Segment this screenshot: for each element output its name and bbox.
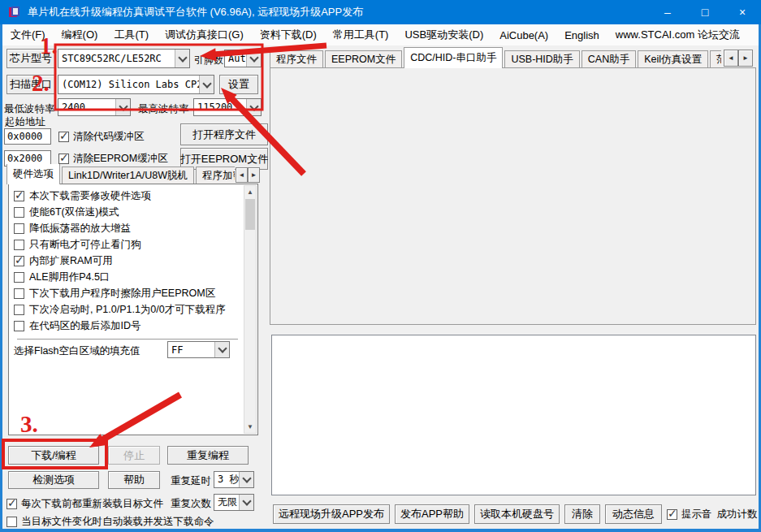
option-row[interactable]: 本次下载需要修改硬件选项 — [14, 189, 151, 203]
tab-hardware-options[interactable]: 硬件选项 — [6, 164, 60, 184]
option-row[interactable]: 内部扩展RAM可用 — [14, 254, 113, 268]
tab-usb-hid-assistant[interactable]: USB-HID助手 — [504, 50, 579, 68]
repeat-delay-select[interactable]: 3 秒 — [214, 471, 254, 488]
options-scrollbar[interactable]: ▲ ▼ — [244, 185, 257, 434]
option-checkbox[interactable] — [14, 191, 24, 201]
tab-program-file[interactable]: 程序文件 — [270, 50, 323, 68]
title-bar: 单片机在线升级编程仿真调试平台软件 (V6.96A), 远程现场升级APP发布 … — [0, 0, 761, 24]
dropdown-button[interactable] — [115, 99, 130, 115]
chevron-down-icon — [218, 344, 227, 353]
dynamic-info-button[interactable]: 动态信息 — [605, 504, 662, 524]
menu-usb-driver[interactable]: USB驱动安装(D) — [396, 24, 491, 45]
dropdown-button[interactable] — [175, 50, 189, 67]
flash-fill-label: 选择Flash空白区域的填充值 — [14, 344, 141, 358]
autoload-checkbox[interactable] — [6, 517, 17, 527]
download-program-button[interactable]: 下载/编程 — [8, 446, 99, 465]
option-row[interactable]: 下次冷启动时, P1.0/P1.1为0/0才可下载程序 — [14, 303, 226, 317]
max-baud-select[interactable]: 115200 — [193, 98, 262, 116]
tab-can-assistant[interactable]: CAN助手 — [582, 50, 636, 68]
option-checkbox[interactable] — [14, 240, 24, 250]
menu-downloads[interactable]: 资料下载(D) — [252, 24, 325, 45]
maximize-button[interactable]: □ — [686, 0, 724, 24]
menu-aicube[interactable]: AiCube(A) — [491, 24, 556, 45]
dropdown-button[interactable] — [214, 342, 229, 357]
option-checkbox[interactable] — [14, 305, 24, 315]
option-checkbox[interactable] — [14, 223, 24, 234]
code-address-input[interactable]: 0x0000 — [4, 128, 51, 145]
menu-bar: 文件(F) 编程(O) 工具(T) 调试仿真接口(G) 资料下载(D) 常用工具… — [2, 24, 759, 45]
beep-label: 提示音 — [681, 508, 712, 521]
option-row[interactable]: 在代码区的最后添加ID号 — [14, 319, 141, 333]
open-program-file-button[interactable]: 打开程序文件 — [180, 123, 268, 145]
clear-code-checkbox[interactable] — [58, 132, 69, 142]
clear-log-button[interactable]: 清除 — [564, 504, 600, 524]
max-baud-label: 最高波特率 — [138, 102, 189, 116]
autoload-row: 当目标文件变化时自动装载并发送下载命令 — [6, 515, 214, 529]
left-tabs-scroll-right-icon[interactable]: ► — [248, 167, 260, 183]
com-port-select[interactable]: (COM12) Silicon Labs CP210x U — [58, 75, 214, 94]
read-disk-id-button[interactable]: 读取本机硬盘号 — [474, 504, 560, 524]
menu-program[interactable]: 编程(O) — [54, 24, 106, 45]
annotation-step-1: 1. — [40, 32, 58, 59]
app-help-button[interactable]: 发布APP帮助 — [395, 504, 469, 524]
menu-english[interactable]: English — [556, 24, 608, 45]
dropdown-button[interactable] — [246, 50, 261, 67]
scroll-up-icon[interactable]: ▲ — [244, 186, 256, 198]
remote-upgrade-button[interactable]: 远程现场升级APP发布 — [273, 504, 390, 524]
pin-count-select[interactable]: Auto — [224, 50, 262, 67]
menu-common-tools[interactable]: 常用工具(T) — [325, 24, 397, 45]
tab-program-encrypt[interactable]: 程序加密后 — [196, 167, 235, 184]
option-row[interactable]: 只有断电才可停止看门狗 — [14, 238, 141, 252]
dropdown-button[interactable] — [246, 99, 261, 115]
repeat-program-button[interactable]: 重复编程 — [167, 446, 249, 465]
option-checkbox[interactable] — [14, 321, 24, 331]
chip-model-select[interactable]: STC89C52RC/LE52RC — [58, 49, 190, 68]
right-tabs-scroll-right-icon[interactable]: ► — [738, 50, 753, 67]
pin-count-label: 引脚数 — [194, 54, 223, 67]
reload-target-checkbox[interactable] — [6, 499, 17, 509]
option-row[interactable]: ALE脚用作P4.5口 — [14, 270, 110, 284]
hardware-options-list: 本次下载需要修改硬件选项 使能6T(双倍速)模式 降低振荡器的放大增益 只有断电… — [8, 184, 258, 435]
option-row[interactable]: 下次下载用户程序时擦除用户EEPROM区 — [14, 287, 215, 301]
tab-keil-simulation[interactable]: Keil仿真设置 — [638, 50, 708, 68]
option-checkbox[interactable] — [14, 272, 24, 283]
repeat-count-select[interactable]: 无限 — [214, 494, 254, 511]
cdc-serial-assistant-page — [270, 67, 756, 325]
option-checkbox[interactable] — [14, 256, 24, 266]
min-baud-label: 最低波特率 — [4, 102, 55, 116]
help-button[interactable]: 帮助 — [108, 471, 160, 489]
option-checkbox[interactable] — [14, 207, 24, 218]
clear-eeprom-checkbox[interactable] — [58, 154, 69, 164]
option-row[interactable]: 降低振荡器的放大增益 — [14, 222, 131, 236]
menu-forum[interactable]: www.STCAI.com 论坛交流 — [608, 24, 748, 45]
menu-debug-interface[interactable]: 调试仿真接口(G) — [157, 24, 252, 45]
right-tabs-scroll-left-icon[interactable]: ◄ — [724, 50, 738, 67]
tab-offline-download[interactable]: Link1D/Writer1A/U8W脱机 — [62, 167, 194, 184]
flash-fill-select[interactable]: FF — [167, 341, 230, 358]
close-button[interactable]: × — [724, 0, 761, 24]
port-settings-button[interactable]: 设置 — [219, 75, 258, 94]
window-border-bottom — [0, 529, 761, 532]
menu-tools[interactable]: 工具(T) — [106, 24, 157, 45]
chevron-down-icon — [202, 79, 211, 88]
annotation-step-2: 2. — [32, 70, 50, 97]
tab-cdc-hid-serial-assistant[interactable]: CDC/HID-串口助手 — [404, 47, 503, 68]
min-baud-select[interactable]: 2400 — [58, 98, 131, 116]
check-options-button[interactable]: 检测选项 — [8, 471, 99, 489]
stop-button[interactable]: 停止 — [108, 446, 160, 465]
beep-checkbox[interactable] — [667, 509, 677, 520]
left-tabs-scroll-left-icon[interactable]: ◄ — [236, 167, 248, 183]
chevron-down-icon — [178, 53, 187, 62]
option-row[interactable]: 使能6T(双倍速)模式 — [14, 205, 119, 219]
right-tab-strip: 程序文件 EEPROM文件 CDC/HID-串口助手 USB-HID助手 CAN… — [270, 47, 721, 68]
scroll-down-icon[interactable]: ▼ — [244, 421, 256, 433]
scrollbar-thumb[interactable] — [245, 199, 255, 230]
tab-example-programs[interactable]: 范例程序 — [710, 50, 721, 68]
dropdown-button[interactable] — [199, 76, 214, 93]
minimize-button[interactable]: – — [649, 0, 686, 24]
dropdown-button[interactable] — [239, 495, 253, 510]
tab-eeprom-file[interactable]: EEPROM文件 — [325, 50, 402, 68]
output-log[interactable] — [271, 335, 756, 495]
dropdown-button[interactable] — [239, 472, 253, 487]
option-checkbox[interactable] — [14, 288, 24, 299]
